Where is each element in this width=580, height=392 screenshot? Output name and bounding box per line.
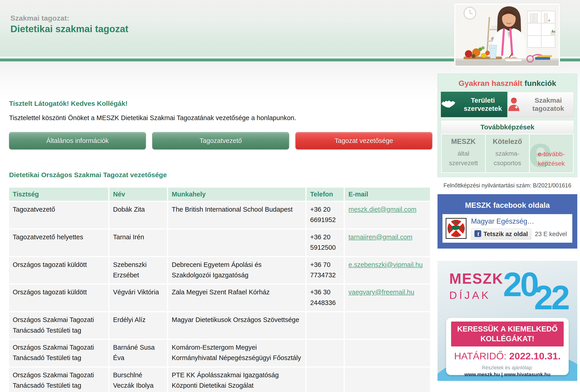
adult-education-registration-note: Felnőttképzési nyilvántartási szám: B/20…: [437, 182, 577, 189]
trainings-meszk-strong: MESZK: [442, 137, 485, 146]
facebook-icon: f: [474, 230, 481, 238]
sidebar: Gyakran használt funkciók Területi szerv…: [437, 74, 577, 381]
dietitian-photo: [454, 3, 560, 67]
cell-email: vaegvary@freemail.hu: [345, 285, 430, 311]
table-row: Országos Szakmai Tagozati Tanácsadó Test…: [9, 312, 430, 339]
banner-deadline: HATÁRIDŐ: 2022.10.31.: [451, 351, 564, 362]
cell-phone: +36 20 5912500: [306, 230, 344, 256]
professional-sections-button[interactable]: Szakmai tagozatok: [508, 92, 574, 117]
col-header-workplace: Munkahely: [168, 188, 305, 201]
email-link[interactable]: vaegvary@freemail.hu: [348, 288, 414, 296]
etraining-label: e-tovább-képzések: [530, 149, 573, 168]
cell-name: Dobák Zita: [109, 202, 167, 228]
cell-email: [345, 368, 430, 392]
trainings-meszk-line2: szervezett: [442, 158, 485, 168]
cell-workplace: Debreceni Egyetem Ápolási és Szakdolgozó…: [168, 257, 305, 284]
facebook-like-count: 23 E kedvel: [535, 231, 567, 238]
section-leader-button[interactable]: Tagozatvezető: [152, 132, 289, 149]
dietitian-illustration: [455, 4, 559, 66]
greeting-heading: Tisztelt Látogatók! Kedves Kollégák!: [9, 100, 432, 107]
cell-workplace: Komárom-Esztergom Megyei Kormányhivatal …: [168, 340, 305, 366]
email-link[interactable]: tarnaiiren@gmail.com: [348, 233, 412, 241]
territorial-organizations-label: Területi szervezetek: [459, 96, 507, 113]
cell-workplace: PTE KK Ápolásszakmai Igazgatóság Központ…: [168, 368, 305, 392]
table-row: Tagozatvezető Dobák Zita The British Int…: [9, 202, 430, 228]
banner-year-22: 22: [534, 278, 568, 317]
frequent-functions-title-green: funkciók: [525, 79, 556, 88]
header-kicker: Szakmai tagozat:: [10, 14, 69, 22]
professional-sections-label: Szakmai tagozatok: [523, 96, 574, 113]
etraining-rest: -tovább-: [542, 150, 565, 157]
banner-deadline-value: 2022.10.31.: [509, 351, 561, 361]
territorial-organizations-button[interactable]: Területi szervezetek: [441, 92, 507, 117]
col-header-name: Név: [109, 188, 167, 201]
facebook-box: MESZK facebook oldala M E Sz K: [437, 194, 577, 249]
cell-position: Tagozatvezető: [9, 202, 108, 228]
trainings-etraining-cell[interactable]: e e-tovább-képzések: [530, 134, 573, 172]
table-row: Országos Szakmai Tagozati Tanácsadó Test…: [9, 368, 430, 392]
board-table: Tisztség Név Munkahely Telefon E-mail Ta…: [8, 186, 431, 392]
cell-email: [345, 312, 430, 339]
facebook-card: M E Sz K Magyar Egészség… f: [442, 214, 572, 243]
cell-name: Barnáné Susa Éva: [109, 340, 167, 366]
cell-name: Burschlné Veczák Ibolya: [109, 368, 167, 392]
page: Szakmai tagozat: Dietetikai szakmai tago…: [0, 0, 580, 392]
section-board-button[interactable]: Tagozat vezetősége: [295, 132, 432, 149]
etraining-line2: képzések: [538, 160, 565, 167]
banner-card: KERESSÜK A KIEMELKEDŐ KOLLÉGÁKAT! HATÁRI…: [446, 318, 569, 375]
cell-email: meszk.diet@gmail.com: [345, 202, 430, 228]
hungary-map-icon: [441, 100, 456, 110]
email-link[interactable]: e.szebenszki@vipmail.hu: [348, 261, 423, 268]
col-header-email: E-mail: [345, 188, 430, 201]
cell-position: Országos tagozati küldött: [9, 257, 108, 284]
cell-phone: [306, 340, 344, 366]
main-content: Tisztelt Látogatók! Kedves Kollégák! Tis…: [9, 100, 432, 392]
banner-year: 2022: [503, 265, 572, 304]
trainings-mandatory-cell[interactable]: Kötelező szakma- csoportos: [486, 134, 529, 172]
trainings-meszk-cell[interactable]: MESZK által szervezett: [442, 134, 485, 172]
board-section-title: Dietetikai Országos Szakmai Tagozat veze…: [9, 171, 432, 179]
cell-email: [345, 340, 430, 366]
banner-links: www.meszk.hu | www.hivatasunk.hu: [451, 372, 564, 378]
trainings-meszk-line1: által: [442, 149, 485, 158]
trainings-title[interactable]: Továbbképzések: [441, 121, 574, 134]
svg-text:f: f: [477, 231, 479, 237]
frequent-functions-box: Gyakran használt funkciók Területi szerv…: [437, 74, 577, 177]
facebook-page-name[interactable]: Magyar Egészség…: [471, 217, 569, 226]
svg-text:E: E: [448, 226, 451, 231]
intro-text: Tisztelettel köszönti Önöket a MESZK Die…: [9, 114, 432, 122]
general-info-button[interactable]: Általános információk: [9, 132, 146, 149]
trainings-mandatory-strong: Kötelező: [486, 137, 529, 146]
table-row: Országos tagozati küldött Végvári Viktór…: [9, 285, 430, 311]
banner-brand-dijak: DÍJAK: [449, 289, 503, 301]
awards-banner[interactable]: MESZK DÍJAK 2022 KERESSÜK A KIEMELKEDŐ K…: [437, 261, 577, 381]
cell-name: Végvári Viktória: [109, 285, 167, 311]
banner-brand-meszk: MESZK: [449, 270, 503, 287]
email-link[interactable]: meszk.diet@gmail.com: [348, 206, 417, 213]
medic-person-icon: [508, 97, 520, 112]
cell-position: Tagozatvezető helyettes: [9, 230, 108, 256]
cell-phone: +36 20 6691952: [306, 202, 344, 228]
action-buttons: Általános információk Tagozatvezető Tago…: [9, 132, 432, 149]
svg-text:M: M: [454, 219, 458, 224]
cell-phone: +36 30 2448336: [306, 285, 344, 311]
trainings-mandatory-line1: szakma-: [486, 149, 529, 158]
table-row: Országos Szakmai Tagozati Tanácsadó Test…: [9, 340, 430, 366]
cell-name: Szebenszki Erzsébet: [109, 257, 167, 284]
table-row: Országos tagozati küldött Szebenszki Erz…: [9, 257, 430, 284]
cell-position: Országos Szakmai Tagozati Tanácsadó Test…: [9, 312, 108, 339]
cell-name: Erdélyi Alíz: [109, 312, 167, 339]
cell-email: e.szebenszki@vipmail.hu: [345, 257, 430, 284]
trainings-cells: MESZK által szervezett Kötelező szakma- …: [441, 134, 574, 173]
table-row: Tagozatvezető helyettes Tarnai Irén +36 …: [9, 230, 430, 256]
board-table-head: Tisztség Név Munkahely Telefon E-mail: [9, 188, 430, 201]
frequent-functions-title: Gyakran használt funkciók: [441, 79, 574, 88]
facebook-like-button[interactable]: f Tetszik az oldal: [471, 229, 531, 240]
banner-year-20: 20: [503, 265, 537, 303]
cell-phone: +36 70 7734732: [306, 257, 344, 284]
etraining-e: e: [538, 150, 542, 157]
facebook-card-right: Magyar Egészség… f Tetszik az oldal: [471, 217, 569, 240]
svg-text:Sz: Sz: [460, 226, 465, 231]
page-title: Dietetikai szakmai tagozat: [10, 23, 129, 34]
cell-name: Tarnai Irén: [109, 230, 167, 256]
